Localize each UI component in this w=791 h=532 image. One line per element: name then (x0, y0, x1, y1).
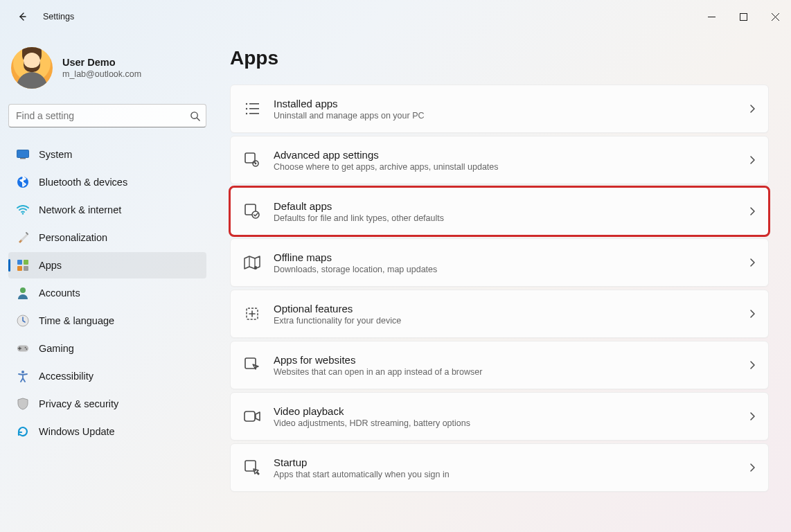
sidebar-item-apps[interactable]: Apps (8, 252, 206, 278)
card-apps-for-websites[interactable]: Apps for websitesWebsites that can open … (230, 341, 769, 389)
svg-rect-29 (245, 411, 255, 421)
card-video-playback[interactable]: Video playbackVideo adjustments, HDR str… (230, 392, 769, 441)
sidebar-item-label: Gaming (39, 343, 74, 354)
sidebar-item-system[interactable]: System (8, 141, 206, 168)
sidebar-item-label: Accessibility (39, 371, 94, 382)
accessibility-icon (17, 370, 29, 382)
sidebar-item-label: Personalization (39, 232, 107, 243)
maximize-button[interactable] (727, 3, 759, 30)
card-title: Startup (274, 456, 749, 468)
map-icon (243, 254, 261, 272)
avatar (11, 47, 53, 89)
default-app-icon (243, 202, 261, 220)
search-input[interactable] (16, 110, 190, 121)
profile-email: m_lab@outlook.com (62, 69, 141, 79)
sidebar-item-bluetooth-devices[interactable]: Bluetooth & devices (8, 169, 206, 195)
close-button[interactable] (759, 3, 791, 30)
sidebar-item-privacy-security[interactable]: Privacy & security (8, 391, 206, 417)
card-default-apps[interactable]: Default appsDefaults for file and link t… (230, 187, 769, 236)
nav-list: SystemBluetooth & devicesNetwork & inter… (8, 141, 206, 445)
video-icon (243, 407, 261, 425)
startup-icon (243, 459, 261, 477)
card-installed-apps[interactable]: Installed appsUninstall and manage apps … (230, 85, 769, 133)
search-container[interactable] (8, 104, 206, 127)
card-subtitle: Extra functionality for your device (274, 316, 749, 326)
svg-point-14 (26, 348, 28, 350)
sidebar-item-accessibility[interactable]: Accessibility (8, 363, 206, 389)
card-optional-features[interactable]: Optional featuresExtra functionality for… (230, 290, 769, 338)
gamepad-icon (17, 342, 29, 355)
app-gear-icon (243, 151, 261, 169)
card-subtitle: Defaults for file and link types, other … (274, 213, 749, 223)
profile-block[interactable]: User Demo m_lab@outlook.com (8, 42, 206, 98)
system-icon (17, 148, 29, 161)
svg-rect-0 (740, 13, 747, 20)
back-arrow-icon (17, 11, 28, 22)
card-title: Video playback (274, 405, 749, 417)
search-icon (190, 111, 200, 121)
card-offline-maps[interactable]: Offline mapsDownloads, storage location,… (230, 238, 769, 287)
card-advanced-app-settings[interactable]: Advanced app settingsChoose where to get… (230, 136, 769, 184)
svg-rect-3 (20, 158, 26, 159)
update-icon (17, 425, 29, 438)
sidebar-item-label: Apps (39, 260, 62, 271)
chevron-right-icon (749, 258, 756, 267)
card-subtitle: Video adjustments, HDR streaming, batter… (274, 418, 749, 428)
cards-list: Installed appsUninstall and manage apps … (230, 85, 769, 492)
card-title: Offline maps (274, 251, 749, 263)
card-subtitle: Apps that start automatically when you s… (274, 470, 749, 479)
sidebar-item-label: System (39, 149, 72, 160)
card-startup[interactable]: StartupApps that start automatically whe… (230, 443, 769, 492)
sidebar-item-gaming[interactable]: Gaming (8, 335, 206, 362)
main-content: Apps Installed appsUninstall and manage … (215, 33, 785, 532)
sidebar-item-label: Network & internet (39, 204, 121, 215)
svg-point-5 (22, 213, 24, 215)
card-title: Optional features (274, 303, 749, 314)
sidebar-item-network-internet[interactable]: Network & internet (8, 197, 206, 223)
svg-point-10 (20, 287, 26, 293)
svg-rect-6 (17, 260, 22, 265)
optional-icon (243, 305, 261, 323)
chevron-right-icon (749, 463, 756, 472)
card-title: Default apps (274, 200, 749, 212)
bluetooth-icon (17, 176, 29, 188)
list-icon (243, 100, 261, 118)
titlebar: Settings (0, 0, 791, 33)
sidebar-item-personalization[interactable]: Personalization (8, 224, 206, 251)
sidebar-item-label: Time & language (39, 315, 114, 326)
sidebar-item-label: Windows Update (39, 426, 115, 437)
svg-rect-21 (249, 113, 259, 114)
account-icon (17, 287, 29, 299)
svg-point-18 (246, 108, 247, 109)
minimize-button[interactable] (695, 3, 727, 30)
sidebar-item-label: Bluetooth & devices (39, 177, 127, 188)
page-title: Apps (230, 47, 769, 69)
svg-point-15 (21, 371, 24, 373)
svg-rect-19 (249, 108, 259, 109)
back-button[interactable] (11, 6, 33, 28)
svg-point-13 (25, 347, 26, 348)
sidebar-item-windows-update[interactable]: Windows Update (8, 418, 206, 445)
svg-rect-17 (249, 103, 259, 105)
apps-icon (17, 259, 29, 272)
sidebar-item-time-language[interactable]: Time & language (8, 308, 206, 334)
sidebar-item-label: Accounts (39, 287, 80, 299)
app-web-icon (243, 356, 261, 374)
sidebar: User Demo m_lab@outlook.com SystemBlueto… (0, 33, 215, 532)
card-subtitle: Uninstall and manage apps on your PC (274, 111, 749, 121)
card-title: Installed apps (274, 98, 749, 109)
svg-point-16 (246, 103, 247, 105)
svg-rect-2 (17, 150, 29, 158)
svg-point-24 (255, 163, 257, 165)
card-subtitle: Downloads, storage location, map updates (274, 265, 749, 274)
card-title: Advanced app settings (274, 149, 749, 161)
svg-point-20 (246, 113, 247, 114)
chevron-right-icon (749, 104, 756, 114)
svg-rect-8 (17, 266, 22, 271)
svg-rect-9 (24, 266, 28, 271)
paint-icon (17, 231, 29, 244)
sidebar-item-accounts[interactable]: Accounts (8, 280, 206, 306)
chevron-right-icon (749, 155, 756, 165)
chevron-right-icon (749, 360, 756, 370)
close-icon (772, 13, 779, 21)
